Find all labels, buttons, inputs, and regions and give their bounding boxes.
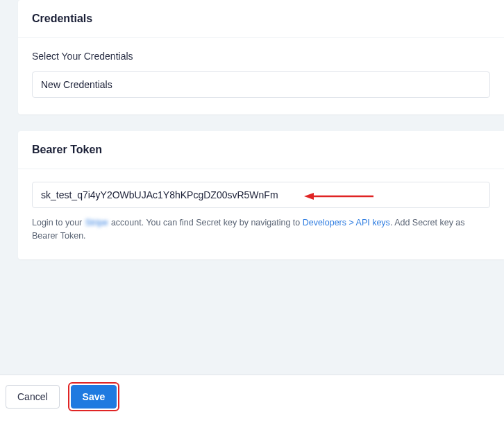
save-highlight-box: Save bbox=[68, 382, 120, 411]
save-button[interactable]: Save bbox=[71, 385, 117, 409]
credentials-select[interactable]: New Credentials bbox=[32, 71, 490, 98]
credentials-card: Credentials Select Your Credentials New … bbox=[18, 0, 504, 114]
bearer-card: Bearer Token Login to your Stripe accoun… bbox=[18, 131, 504, 259]
cancel-button[interactable]: Cancel bbox=[6, 385, 60, 409]
credentials-selected-value: New Credentials bbox=[41, 79, 112, 90]
bearer-help-text: Login to your Stripe account. You can fi… bbox=[32, 216, 490, 243]
help-blurred-word: Stripe bbox=[85, 218, 109, 227]
credentials-header: Credentials bbox=[18, 0, 504, 38]
credentials-title: Credentials bbox=[32, 12, 490, 25]
footer-bar: Cancel Save bbox=[0, 375, 504, 421]
bearer-title: Bearer Token bbox=[32, 144, 490, 156]
help-mid: account. You can find Secret key by navi… bbox=[108, 218, 302, 227]
credentials-body: Select Your Credentials New Credentials bbox=[18, 38, 504, 114]
bearer-header: Bearer Token bbox=[18, 131, 504, 169]
bearer-body: Login to your Stripe account. You can fi… bbox=[18, 169, 504, 259]
bearer-token-input[interactable] bbox=[32, 182, 490, 208]
token-wrapper bbox=[32, 182, 490, 208]
help-prefix: Login to your bbox=[32, 218, 85, 227]
credentials-select-label: Select Your Credentials bbox=[32, 51, 490, 62]
developers-api-keys-link[interactable]: Developers > API keys bbox=[303, 218, 390, 227]
